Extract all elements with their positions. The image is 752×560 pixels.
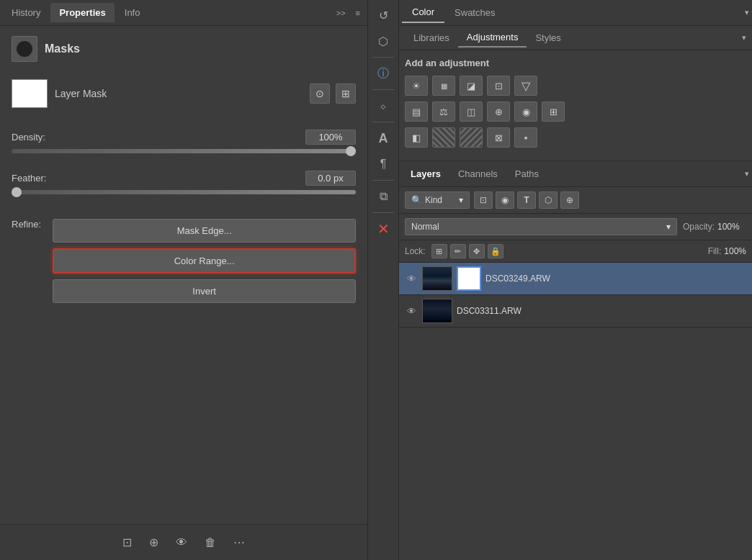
lock-icons: ⊞ ✏ ✥ 🔒 [431, 244, 503, 258]
adj-row-2: ▤ ⚖ ◫ ⊕ ◉ ⊞ [405, 101, 746, 122]
image-kind-icon[interactable]: ⊡ [474, 191, 493, 209]
brightness-icon[interactable]: ☀ [405, 76, 428, 96]
tab-adjustments[interactable]: Adjustments [458, 28, 527, 48]
refine-section: Refine: Mask Edge... Color Range... Inve… [12, 219, 356, 303]
grid-adj-icon[interactable]: ⊞ [542, 101, 565, 122]
info-circle-icon[interactable]: ⓘ [370, 61, 396, 86]
tab-properties[interactable]: Properties [50, 3, 114, 22]
invert-button[interactable]: Invert [53, 279, 356, 303]
density-thumb[interactable] [346, 146, 356, 156]
tool-divider-5 [372, 212, 394, 213]
adj-expand-icon[interactable]: ▾ [742, 33, 746, 42]
paragraph-icon[interactable]: ¶ [370, 152, 396, 176]
masks-title: Masks [45, 42, 80, 55]
text-type-icon[interactable]: A [370, 126, 396, 150]
lock-label: Lock: [405, 246, 426, 256]
refine-label: Refine: [12, 219, 41, 230]
layer-eye-1[interactable]: 👁 [405, 304, 418, 317]
smart-kind-icon[interactable]: ⊕ [560, 191, 579, 209]
selection-icon[interactable]: ⊡ [120, 533, 135, 552]
channel-mixer-icon[interactable]: ◉ [514, 101, 537, 122]
layer-mask-row: Layer Mask ⊙ ⊞ [12, 79, 356, 108]
threshold-icon[interactable]: ⊠ [487, 127, 510, 148]
tab-menu-icon[interactable]: ≡ [352, 6, 364, 20]
tab-swatches[interactable]: Swatches [444, 3, 505, 22]
3d-icon[interactable]: ⬡ [370, 29, 396, 53]
levels-icon[interactable]: ▦ [432, 76, 455, 96]
mask-edge-button[interactable]: Mask Edge... [53, 219, 356, 243]
adj-row-3: ◧ ⊠ ▪ [405, 127, 746, 148]
layers-expand-icon[interactable]: ▾ [745, 169, 749, 179]
pattern-icon[interactable] [460, 127, 483, 148]
lock-paint-icon[interactable]: ✏ [450, 244, 466, 258]
fill-icon[interactable]: ⊕ [146, 533, 161, 552]
gradient-icon[interactable]: ◧ [405, 127, 428, 148]
mask-apply-icon[interactable]: ⊙ [310, 83, 330, 104]
curves-icon[interactable]: ◪ [460, 76, 483, 96]
tab-layers[interactable]: Layers [402, 164, 449, 184]
kind-select[interactable]: 🔍 Kind ▾ [405, 191, 470, 209]
fill-label: Fill: [708, 246, 722, 256]
layers-lock-row: Lock: ⊞ ✏ ✥ 🔒 Fill: 100% [399, 240, 752, 263]
masks-header: Masks [12, 36, 356, 62]
posterize-icon[interactable]: ▪ [514, 127, 537, 148]
gradient2-icon[interactable] [432, 127, 455, 148]
tab-channels[interactable]: Channels [449, 164, 506, 184]
fill-value[interactable]: 100% [724, 246, 746, 256]
triangle-icon[interactable]: ▽ [514, 76, 537, 96]
feather-thumb[interactable] [12, 187, 22, 197]
tab-info[interactable]: Info [116, 3, 149, 22]
feather-value[interactable]: 0.0 px [305, 171, 356, 186]
layer-item-0[interactable]: 👁 DSC03249.ARW [399, 263, 752, 295]
type-kind-icon[interactable]: T [517, 191, 536, 209]
color-range-button[interactable]: Color Range... [53, 248, 356, 274]
trash-icon[interactable]: 🗑 [202, 533, 219, 552]
layers-panel: Layers Channels Paths ▾ 🔍 Kind ▾ ⊡ ◉ T ⬡… [399, 161, 752, 560]
lock-position-icon[interactable]: ✥ [469, 244, 485, 258]
layer-eye-0[interactable]: 👁 [405, 272, 418, 285]
vibrance-icon[interactable]: ▤ [405, 101, 428, 122]
cross-tool-icon[interactable]: ✕ [370, 217, 396, 241]
rotate-icon[interactable]: ↺ [370, 3, 396, 27]
tab-color[interactable]: Color [402, 2, 444, 23]
density-slider[interactable] [12, 149, 356, 153]
shapes-icon[interactable]: ⬦ [370, 94, 396, 118]
kind-label: Kind [425, 195, 442, 205]
layer-mask-icons: ⊙ ⊞ [310, 83, 356, 104]
lock-all-icon[interactable]: 🔒 [488, 244, 503, 258]
density-section: Density: 100% [12, 130, 356, 153]
feather-label: Feather: [12, 173, 46, 184]
tab-expand-icon[interactable]: >> [332, 6, 350, 20]
more-icon[interactable]: ⋯ [230, 533, 248, 552]
middle-toolbar: ↺ ⬡ ⓘ ⬦ A ¶ ⧉ ✕ [367, 0, 399, 560]
tab-styles[interactable]: Styles [527, 29, 569, 47]
mask-link-icon[interactable]: ⊞ [336, 83, 356, 104]
tab-libraries[interactable]: Libraries [405, 29, 458, 47]
adjustments-panel: Libraries Adjustments Styles ▾ Add an ad… [399, 26, 752, 161]
layer-item-1[interactable]: 👁 DSC03311.ARW [399, 295, 752, 328]
mask-icon-box [12, 36, 37, 62]
blend-mode-select[interactable]: Normal ▾ [405, 218, 677, 235]
opacity-value[interactable]: 100% [717, 222, 746, 232]
tab-history[interactable]: History [3, 3, 49, 22]
adjustment-kind-icon[interactable]: ◉ [496, 191, 514, 209]
adjustment-panel-icon[interactable]: ⧉ [370, 184, 396, 209]
feather-slider[interactable] [12, 190, 356, 194]
layer-mask-thumbnail [12, 79, 48, 108]
tab-paths[interactable]: Paths [506, 164, 547, 184]
bw-icon[interactable]: ◫ [460, 101, 483, 122]
exposure-icon[interactable]: ⊡ [487, 76, 510, 96]
right-top-tabs: Color Swatches ▾ [399, 0, 752, 26]
eye-bottom-icon[interactable]: 👁 [173, 533, 190, 552]
tool-divider-4 [372, 180, 394, 181]
shape-kind-icon[interactable]: ⬡ [539, 191, 558, 209]
balance-icon[interactable]: ⚖ [432, 101, 455, 122]
layer-thumb-0 [422, 266, 452, 291]
density-value[interactable]: 100% [305, 130, 356, 145]
right-tab-expand-icon[interactable]: ▾ [745, 8, 749, 17]
photo-filter-icon[interactable]: ⊕ [487, 101, 510, 122]
refine-buttons: Mask Edge... Color Range... Invert [53, 219, 356, 303]
blend-dropdown-icon: ▾ [666, 222, 671, 232]
lock-pixels-icon[interactable]: ⊞ [431, 244, 447, 258]
layers-kind-row: 🔍 Kind ▾ ⊡ ◉ T ⬡ ⊕ [399, 187, 752, 214]
